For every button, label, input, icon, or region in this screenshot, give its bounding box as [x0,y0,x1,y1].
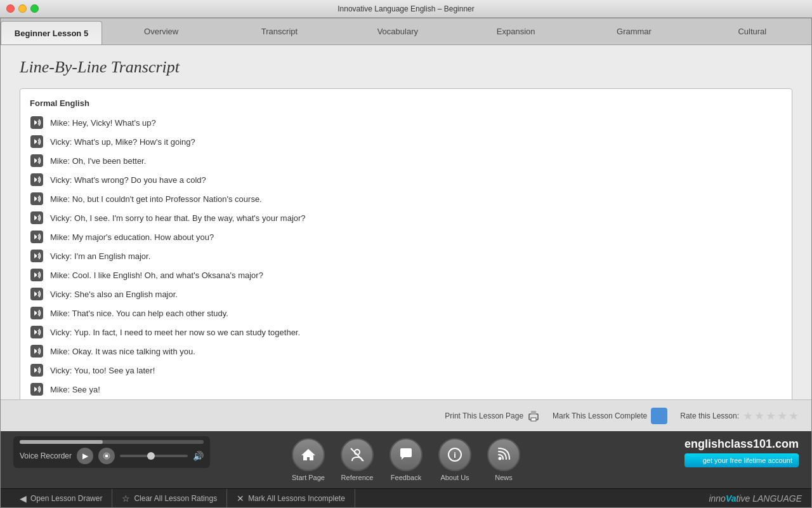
maximize-button[interactable] [30,4,39,13]
close-button[interactable] [6,4,15,13]
nav-items: Start PageReferenceFeedbackiAbout UsNews [292,438,520,481]
star-5[interactable]: ★ [789,409,799,423]
transcript-text: Vicky: You, too! See ya later! [50,366,155,375]
svg-point-40 [499,457,502,460]
clear-ratings-button[interactable]: ☆ Clear All Lesson Ratings [112,489,227,507]
tabbar: Beginner Lesson 5 Overview Transcript Vo… [1,18,811,45]
window-title: Innovative Language English – Beginner [337,4,475,13]
drawer-label: Open Lesson Drawer [30,494,102,503]
speaker-audio-button[interactable] [30,116,44,130]
transcript-text: Mike: See ya! [50,385,100,394]
tab-grammar[interactable]: Grammar [575,18,693,44]
speaker-audio-button[interactable] [30,287,44,301]
recorder-controls: Voice Recorder ▶ 🔊 [20,448,204,464]
transcript-line: Vicky: You, too! See ya later! [30,363,782,377]
transcript-text: Vicky: What's up, Mike? How's it going? [50,137,195,147]
recorder-stop-button[interactable] [98,448,115,464]
transcript-box: Formal English Mike: Hey, Vicky! What's … [20,88,792,399]
transcript-line: Mike: Oh, I've been better. [30,154,782,168]
content-area: Line-By-Line Transcript Formal English M… [1,45,811,399]
nav-item-feedback[interactable]: Feedback [390,438,422,481]
tab-transcript[interactable]: Transcript [220,18,338,44]
transcript-line: Vicky: Oh, I see. I'm sorry to hear that… [30,211,782,225]
transcript-text: Mike: Hey, Vicky! What's up? [50,118,156,128]
transcript-line: Vicky: Yup. In fact, I need to meet her … [30,325,782,339]
star-2[interactable]: ★ [754,409,764,423]
speaker-audio-button[interactable] [30,211,44,225]
speaker-audio-button[interactable] [30,173,44,187]
print-button[interactable]: Print This Lesson Page [445,410,540,422]
speaker-audio-button[interactable] [30,268,44,282]
minimize-button[interactable] [18,4,27,13]
nav-item-start-page[interactable]: Start Page [292,438,325,481]
tab-overview[interactable]: Overview [102,18,220,44]
speaker-audio-button[interactable] [30,192,44,206]
transcript-line: Vicky: She's also an English major. [30,287,782,301]
svg-rect-32 [531,418,536,421]
speaker-audio-button[interactable] [30,363,44,377]
speaker-audio-button[interactable] [30,230,44,244]
recorder-play-button[interactable]: ▶ [77,448,93,464]
recorder-label: Voice Recorder [20,451,72,460]
tab-expansion[interactable]: Expansion [457,18,575,44]
transcript-line: Mike: Cool. I like English! Oh, and what… [30,268,782,282]
transcript-text: Vicky: She's also an English major. [50,290,178,299]
tab-cultural[interactable]: Cultural [693,18,811,44]
speaker-audio-button[interactable] [30,306,44,320]
transcript-text: Vicky: What's wrong? Do you have a cold? [50,175,206,185]
statusbar: ◀ Open Lesson Drawer ☆ Clear All Lesson … [1,488,811,507]
mark-incomplete-button[interactable]: ✕ Mark All Lessons Incomplete [227,489,355,507]
transcript-text: Mike: Okay. It was nice talking with you… [50,347,195,356]
speaker-audio-button[interactable] [30,344,44,358]
recorder-volume-slider[interactable] [120,455,188,457]
rate-container: Rate this Lesson: ★ ★ ★ ★ ★ [680,409,799,423]
star-rating[interactable]: ★ ★ ★ ★ ★ [743,409,799,423]
transcript-line: Vicky: What's up, Mike? How's it going? [30,135,782,149]
voice-recorder: Voice Recorder ▶ 🔊 [13,436,210,468]
svg-rect-34 [105,455,108,457]
print-label: Print This Lesson Page [445,411,523,420]
rate-label: Rate this Lesson: [680,411,739,420]
speaker-audio-button[interactable] [30,325,44,339]
tab-active-lesson[interactable]: Beginner Lesson 5 [1,21,102,44]
nav-icon-4 [487,438,520,471]
speaker-audio-button[interactable] [30,249,44,263]
recorder-progress-bar[interactable] [20,440,204,444]
nav-item-reference[interactable]: Reference [341,438,374,481]
transcript-text: Mike: Oh, I've been better. [50,156,146,166]
ratings-label: Clear All Lesson Ratings [134,494,217,503]
nav-item-news[interactable]: News [487,438,520,481]
nav-icon-3: i [438,438,471,471]
transcript-line: Mike: Hey, Vicky! What's up? [30,116,782,130]
star-1[interactable]: ★ [743,409,753,423]
transcript-line: Mike: My major's education. How about yo… [30,230,782,244]
speaker-audio-button[interactable] [30,135,44,149]
transcript-lines: Mike: Hey, Vicky! What's up? Vicky: What… [30,116,782,396]
svg-rect-31 [531,411,536,415]
star-3[interactable]: ★ [766,409,776,423]
transcript-text: Mike: My major's education. How about yo… [50,232,214,242]
open-lesson-drawer-button[interactable]: ◀ Open Lesson Drawer [10,489,112,507]
nav-item-about-us[interactable]: iAbout Us [438,438,471,481]
window-controls [6,4,39,13]
ec101-badge: englishclass101.com get your free lifeti… [684,438,799,467]
nav-label-1: Reference [341,474,374,481]
nav-icon-2 [390,438,422,471]
transcript-text: Vicky: I'm an English major. [50,251,150,261]
action-bar: Print This Lesson Page Mark This Lesson … [1,399,811,431]
recorder-progress-fill [20,440,103,444]
mark-complete-label: Mark This Lesson Complete [553,411,647,420]
nav-icon-0 [292,438,325,471]
navbar: Voice Recorder ▶ 🔊 Start PageReferenceFe… [1,431,811,488]
tab-vocabulary[interactable]: Vocabulary [339,18,457,44]
speaker-audio-button[interactable] [30,382,44,396]
ec101-cta-button[interactable]: get your free lifetime account [684,453,799,467]
speaker-audio-button[interactable] [30,154,44,168]
star-4[interactable]: ★ [777,409,787,423]
mark-complete-button[interactable] [651,408,667,424]
transcript-line: Mike: See ya! [30,382,782,396]
transcript-line: Mike: Okay. It was nice talking with you… [30,344,782,358]
transcript-text: Mike: No, but I couldn't get into Profes… [50,194,262,204]
print-icon [527,410,540,422]
transcript-line: Mike: That's nice. You can help each oth… [30,306,782,320]
